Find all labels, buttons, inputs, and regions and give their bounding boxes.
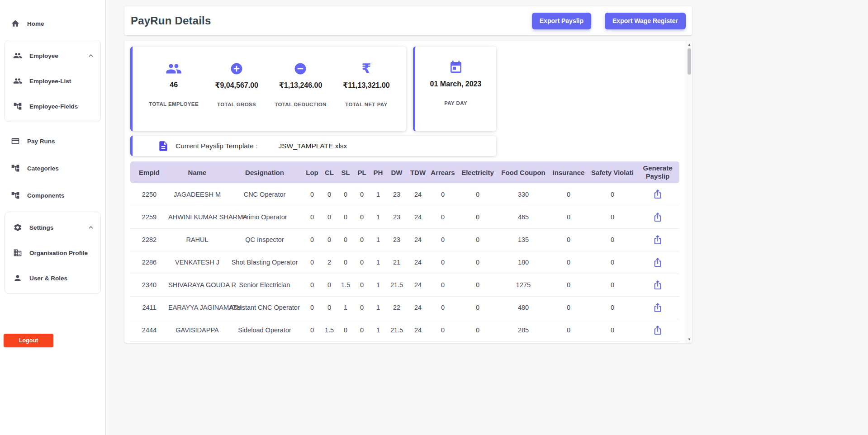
table-cell: 480 [498,296,548,319]
export-wage-register-button[interactable]: Export Wage Register [605,13,686,29]
table-cell: 1 [370,274,386,296]
table-cell: 0 [303,183,321,206]
sidebar-item-label: User & Roles [29,275,67,282]
table-cell: 0 [429,228,457,251]
table-cell: 0 [457,183,498,206]
table-row: 2259AHWINI KUMAR SHARMAPrimo Operator000… [130,206,679,228]
table-cell: EARAYYA JAGINAMATH [168,296,226,319]
export-icon [653,257,663,267]
table-cell: 1 [370,206,386,228]
minus-circle-icon [294,62,307,76]
table-cell: 0 [337,183,354,206]
stat-total-gross: ₹9,04,567.00 TOTAL GROSS [215,60,258,107]
sidebar-item-home[interactable]: Home [0,14,105,33]
generate-payslip-button[interactable] [652,279,664,291]
scroll-down-icon[interactable]: ▼ [686,336,692,342]
column-header: Insurance [548,161,589,183]
table-cell: 0 [457,296,498,319]
table-cell: 0 [303,296,321,319]
table-row: 2282RAHULQC Inspector0000123240013500 [130,228,679,251]
table-cell: 0 [429,251,457,274]
sidebar-item-label: Categories [27,165,59,172]
table-cell: 24 [407,319,429,341]
table-cell: 24 [407,274,429,296]
sidebar-item-settings[interactable]: Settings [5,215,100,240]
table-cell: 135 [498,228,548,251]
table-cell: 24 [407,183,429,206]
table-cell: 1275 [498,274,548,296]
payrun-table: EmpIdNameDesignationLopCLSLPLPHDWTDWArre… [130,161,679,342]
table-cell: 0 [589,183,636,206]
sidebar-item-categories[interactable]: Categories [0,158,105,178]
table-cell: 0 [354,206,370,228]
generate-payslip-button[interactable] [652,188,664,200]
scroll-up-icon[interactable]: ▲ [686,41,692,47]
sidebar-item-employee-list[interactable]: Employee-List [5,68,100,94]
generate-payslip-button[interactable] [652,234,664,246]
sidebar-item-employee[interactable]: Employee [5,43,100,68]
table-cell: 0 [457,251,498,274]
scroll-thumb[interactable] [688,48,691,75]
column-header: TDW [407,161,429,183]
table-cell: 0 [548,206,589,228]
sidebar-item-components[interactable]: Components [0,185,105,205]
column-header: Electricity [457,161,498,183]
sidebar-item-label: Pay Runs [27,138,55,145]
vertical-scrollbar[interactable]: ▲ ▼ [686,41,692,343]
table-cell: 0 [589,251,636,274]
table-cell: 0 [429,319,457,341]
document-icon [157,140,169,152]
people-icon [13,76,22,85]
logout-button[interactable]: Logout [4,334,53,347]
generate-payslip-button[interactable] [652,256,664,268]
table-cell: 0 [429,206,457,228]
generate-payslip-button[interactable] [652,302,664,313]
sidebar-item-organisation-profile[interactable]: Organisation Profile [5,240,100,265]
table-cell: 24 [407,251,429,274]
column-header: PH [370,161,386,183]
table-cell: 1 [370,183,386,206]
credit-card-icon [11,137,20,146]
table-cell: 0 [303,206,321,228]
table-cell: 0 [457,319,498,341]
table-cell: 2411 [130,296,168,319]
table-cell: RAHUL [168,228,226,251]
column-header: PL [354,161,370,183]
export-payslip-button[interactable]: Export Payslip [532,13,591,29]
generate-payslip-button[interactable] [652,211,664,223]
home-icon [11,19,20,28]
header-actions: Export Payslip Export Wage Register [532,13,686,29]
sidebar-item-pay-runs[interactable]: Pay Runs [0,131,105,151]
table-cell: 0 [548,228,589,251]
person-icon [13,274,22,283]
table-cell: QC Inspector [226,228,303,251]
plus-circle-icon [230,62,243,76]
table-cell: 0 [589,228,636,251]
table-cell: 0 [303,274,321,296]
table-cell: 0 [321,274,337,296]
table-cell: VENKATESH J [168,251,226,274]
payday-card: 01 March, 2023 PAY DAY [413,47,496,131]
stat-value: 46 [149,81,199,89]
stat-label: TOTAL EMPLOYEE [149,101,199,107]
generate-payslip-cell [636,228,679,251]
payrun-summary-card: 46 TOTAL EMPLOYEE ₹9,04,567.00 TOTAL GRO… [130,47,406,131]
table-cell: 1.5 [337,274,354,296]
sidebar-item-employee-fields[interactable]: Employee-Fields [5,94,100,119]
page-header: PayRun Details Export Payslip Export Wag… [124,6,692,35]
column-header: Lop [303,161,321,183]
stat-value: ₹9,04,567.00 [215,81,258,90]
table-cell: 21 [386,251,407,274]
calendar-icon [449,60,463,75]
column-header: CL [321,161,337,183]
table-cell: Assistant CNC Operator [226,296,303,319]
table-cell: 465 [498,206,548,228]
payday-value: 01 March, 2023 [415,80,496,88]
generate-payslip-button[interactable] [652,324,664,336]
table-cell: 23 [386,183,407,206]
sidebar-item-user-roles[interactable]: User & Roles [5,265,100,291]
table-cell: 1.5 [321,319,337,341]
generate-payslip-cell [636,274,679,296]
table-cell: 0 [548,183,589,206]
table-cell: 0 [354,228,370,251]
